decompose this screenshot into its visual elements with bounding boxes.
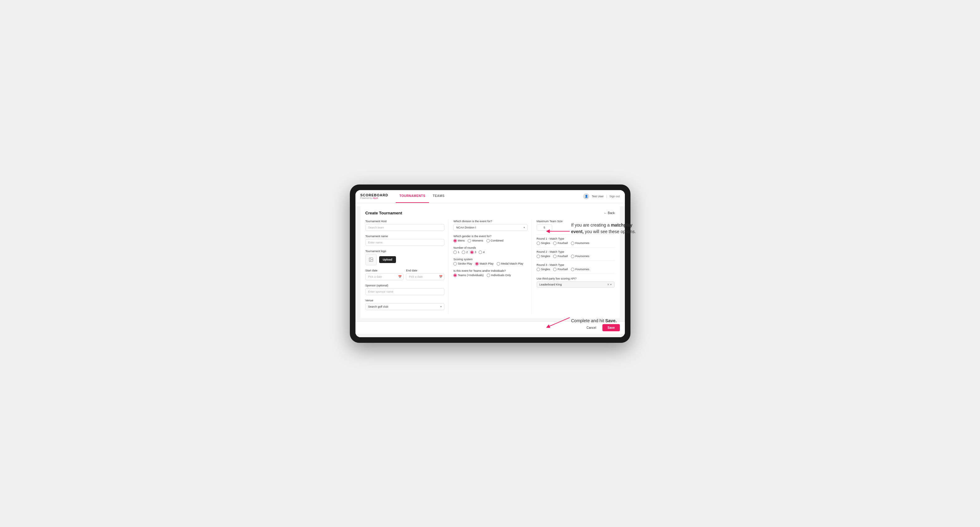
division-select[interactable]: NCAA Division I [453, 224, 528, 231]
round2-foursomes[interactable]: Foursomes [571, 255, 589, 258]
third-party-clear[interactable]: ✕ ▾ [607, 283, 612, 286]
venue-select[interactable]: Search golf club [366, 303, 445, 310]
scoring-medal-label: Medal Match Play [501, 262, 523, 265]
scoring-medal-radio[interactable] [497, 262, 500, 265]
teams-teams[interactable]: Teams (+Individuals) [453, 274, 484, 277]
round2-fourball[interactable]: Fourball [553, 255, 568, 258]
round1-match-type-label: Round 1 - Match Type [537, 237, 615, 240]
end-date-label: End date [406, 269, 444, 272]
end-date-wrapper: 📅 [406, 273, 444, 280]
round2-foursomes-radio[interactable] [571, 255, 574, 258]
form-col-left: Tournament Host Tournament name Tourname… [366, 220, 449, 314]
third-party-select[interactable]: Leaderboard King ✕ ▾ [537, 281, 615, 288]
scoring-match-radio[interactable] [475, 262, 479, 265]
round3-foursomes[interactable]: Foursomes [571, 268, 589, 271]
save-button[interactable]: Save [602, 324, 620, 331]
round3-singles[interactable]: Singles [537, 268, 550, 271]
teams-individuals[interactable]: Individuals Only [487, 274, 511, 277]
logo-placeholder [366, 254, 377, 265]
back-button[interactable]: ← Back [604, 211, 614, 215]
tournament-host-label: Tournament Host [366, 220, 445, 223]
round3-match-type-label: Round 3 - Match Type [537, 264, 615, 267]
round1-radio-group: Singles Fourball Foursomes [537, 241, 615, 245]
calendar-icon: 📅 [398, 275, 402, 278]
cancel-button[interactable]: Cancel [583, 324, 600, 331]
scoring-radio-group: Stroke Play Match Play Medal Match Play [453, 262, 528, 265]
teams-teams-label: Teams (+Individuals) [458, 274, 484, 277]
gender-mens-radio[interactable] [453, 239, 457, 243]
round3-foursomes-radio[interactable] [571, 268, 574, 271]
date-row: Start date 📅 End date [366, 269, 445, 280]
annotation-bottom-arrow [546, 314, 571, 330]
round3-match-type-group: Round 3 - Match Type Singles Fourball [537, 264, 615, 271]
tab-teams[interactable]: TEAMS [429, 190, 449, 203]
scoring-stroke[interactable]: Stroke Play [453, 262, 472, 265]
sign-out-link[interactable]: Sign out [609, 195, 620, 198]
division-select-wrapper: NCAA Division I [453, 224, 528, 231]
teams-label: Is this event for Teams and/or Individua… [453, 269, 528, 272]
gender-combined[interactable]: Combined [487, 239, 504, 243]
tournament-name-input[interactable] [366, 239, 445, 246]
third-party-value: Leaderboard King [539, 283, 562, 286]
round3-fourball[interactable]: Fourball [553, 268, 568, 271]
scoring-match-label: Match Play [480, 262, 493, 265]
start-date-input[interactable] [366, 273, 404, 280]
tournament-host-input[interactable] [366, 224, 445, 231]
rounds-1-radio[interactable] [453, 251, 457, 254]
third-party-label: Use third-party live scoring API? [537, 277, 615, 280]
nav-right: 👤 Test User | Sign out [583, 193, 620, 200]
form-col-middle: Which division is the event for? NCAA Di… [449, 220, 531, 314]
annotation-bottom: Complete and hit Save. [571, 317, 640, 324]
rounds-2-radio[interactable] [462, 251, 465, 254]
venue-select-wrapper: Search golf club [366, 303, 445, 310]
gender-womens[interactable]: Womens [468, 239, 483, 243]
tab-tournaments[interactable]: TOURNAMENTS [396, 190, 429, 203]
rounds-4-radio[interactable] [479, 251, 482, 254]
user-name: Test User [592, 195, 604, 198]
round1-fourball-radio[interactable] [553, 241, 557, 245]
gender-mens[interactable]: Mens [453, 239, 465, 243]
svg-point-1 [370, 258, 371, 259]
round-3[interactable]: 3 [470, 251, 476, 254]
start-date-label: Start date [366, 269, 404, 272]
round-2[interactable]: 2 [462, 251, 468, 254]
gender-womens-radio[interactable] [468, 239, 471, 243]
tournament-logo-label: Tournament logo [366, 250, 445, 253]
scoring-match[interactable]: Match Play [475, 262, 493, 265]
end-date-group: End date 📅 [406, 269, 444, 280]
navbar: SCOREBOARD Powered by clippit TOURNAMENT… [355, 190, 625, 203]
annotation-bottom-text1: Complete and hit [571, 318, 606, 323]
venue-group: Venue Search golf club [366, 299, 445, 310]
rounds-3-radio[interactable] [470, 251, 474, 254]
scoring-group: Scoring system Stroke Play Match Play [453, 258, 528, 265]
round1-foursomes[interactable]: Foursomes [571, 241, 589, 245]
gender-label: Which gender is the event for? [453, 235, 528, 238]
round3-singles-radio[interactable] [537, 268, 540, 271]
rounds-radio-group: 1 2 3 [453, 251, 528, 254]
round1-fourball[interactable]: Fourball [553, 241, 568, 245]
rounds-group: Number of rounds 1 2 [453, 246, 528, 254]
nav-tabs: TOURNAMENTS TEAMS [396, 190, 449, 203]
round1-singles[interactable]: Singles [537, 241, 550, 245]
third-party-group: Use third-party live scoring API? Leader… [537, 277, 615, 288]
scoring-stroke-label: Stroke Play [458, 262, 472, 265]
upload-button[interactable]: Upload [379, 256, 396, 263]
round3-fourball-radio[interactable] [553, 268, 557, 271]
teams-individuals-radio[interactable] [487, 274, 490, 277]
end-date-input[interactable] [406, 273, 444, 280]
sponsor-input[interactable] [366, 288, 445, 295]
round1-singles-radio[interactable] [537, 241, 540, 245]
teams-group: Is this event for Teams and/or Individua… [453, 269, 528, 277]
scoring-stroke-radio[interactable] [453, 262, 457, 265]
annotation-right-arrow [546, 225, 571, 238]
gender-combined-radio[interactable] [487, 239, 490, 243]
round2-singles[interactable]: Singles [537, 255, 550, 258]
teams-teams-radio[interactable] [453, 274, 457, 277]
round2-singles-radio[interactable] [537, 255, 540, 258]
round1-foursomes-radio[interactable] [571, 241, 574, 245]
round2-fourball-radio[interactable] [553, 255, 557, 258]
round-1[interactable]: 1 [453, 251, 459, 254]
gender-womens-label: Womens [472, 239, 483, 242]
scoring-medal[interactable]: Medal Match Play [497, 262, 523, 265]
round-4[interactable]: 4 [479, 251, 485, 254]
